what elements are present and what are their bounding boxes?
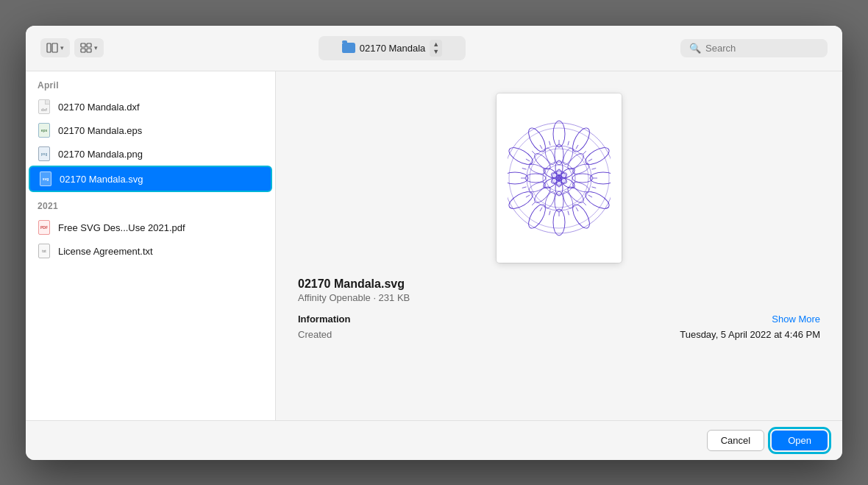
preview-image-container <box>298 86 820 277</box>
svg-line-35 <box>532 202 535 205</box>
search-icon: 🔍 <box>689 43 701 54</box>
search-bar[interactable]: 🔍 <box>680 39 828 57</box>
column-view-button[interactable]: ▾ <box>40 38 70 57</box>
group-label-april: April <box>26 71 275 95</box>
svg-line-24 <box>588 159 592 161</box>
created-row: Created Tuesday, 5 April 2022 at 4:46 PM <box>298 329 820 340</box>
svg-rect-4 <box>81 49 85 52</box>
file-item-dxf[interactable]: dxf 02170 Mandala.dxf <box>26 95 275 118</box>
svg-line-21 <box>568 141 569 146</box>
grid-view-button[interactable]: ▾ <box>74 38 104 57</box>
folder-icon <box>342 43 355 53</box>
svg-line-25 <box>591 169 596 170</box>
created-value: Tuesday, 5 April 2022 at 4:46 PM <box>680 329 820 340</box>
svg-line-30 <box>576 208 578 211</box>
svg-line-33 <box>549 211 551 216</box>
open-button[interactable]: Open <box>772 431 828 450</box>
svg-line-37 <box>522 187 527 188</box>
view-toggle-group: ▾ ▾ <box>40 38 104 57</box>
svg-line-29 <box>583 202 586 205</box>
file-item-svg[interactable]: svg 02170 Mandala.svg <box>29 166 272 192</box>
svg-line-27 <box>591 187 596 188</box>
file-name-eps: 02170 Mandala.eps <box>58 125 142 136</box>
location-stepper[interactable]: ▲ ▼ <box>430 40 442 57</box>
svg-icon: svg <box>40 171 51 186</box>
file-info: 02170 Mandala.svg Affinity Openable · 23… <box>298 277 820 347</box>
created-label: Created <box>298 329 332 340</box>
info-label: Information <box>298 314 351 325</box>
svg-rect-3 <box>87 43 91 47</box>
file-name-png: 02170 Mandala.png <box>58 149 143 160</box>
file-name-svg: 02170 Mandala.svg <box>60 174 143 185</box>
preview-card <box>497 93 622 263</box>
svg-line-40 <box>526 159 530 161</box>
svg-line-28 <box>588 195 592 197</box>
svg-line-31 <box>568 211 569 216</box>
preview-file-name: 02170 Mandala.svg <box>298 277 820 291</box>
pdf-icon: PDF <box>38 220 50 235</box>
file-item-txt[interactable]: txt License Agreement.txt <box>26 239 275 263</box>
location-bar: 02170 Mandala ▲ ▼ <box>113 36 672 61</box>
svg-line-39 <box>522 169 527 170</box>
grid-view-icon <box>80 42 92 54</box>
svg-line-41 <box>532 151 535 154</box>
show-more-link[interactable]: Show More <box>772 314 820 325</box>
toolbar: ▾ ▾ 02170 Mandala ▲ ▼ <box>26 26 842 72</box>
svg-rect-2 <box>81 43 85 47</box>
file-item-eps[interactable]: eps 02170 Mandala.eps <box>26 118 275 142</box>
file-name-txt: License Agreement.txt <box>58 246 153 257</box>
preview-panel: 02170 Mandala.svg Affinity Openable · 23… <box>276 71 842 419</box>
svg-line-43 <box>549 141 551 146</box>
main-content: April dxf 02170 Mandala.dxf eps 02170 Ma… <box>26 71 842 419</box>
cancel-button[interactable]: Cancel <box>707 430 764 451</box>
location-label: 02170 Mandala <box>360 43 426 54</box>
svg-point-78 <box>558 177 561 180</box>
file-item-png[interactable]: png 02170 Mandala.png <box>26 142 275 166</box>
svg-line-36 <box>526 195 530 197</box>
dxf-icon: dxf <box>38 99 50 114</box>
file-item-pdf[interactable]: PDF Free SVG Des...Use 2021.pdf <box>26 216 275 239</box>
search-input[interactable] <box>705 43 808 54</box>
file-name-dxf: 02170 Mandala.dxf <box>58 102 140 113</box>
file-list-panel: April dxf 02170 Mandala.dxf eps 02170 Ma… <box>26 71 276 419</box>
file-open-dialog: ▾ ▾ 02170 Mandala ▲ ▼ <box>26 26 842 460</box>
column-view-chevron: ▾ <box>60 44 64 52</box>
png-icon: png <box>38 146 50 161</box>
svg-rect-0 <box>47 43 51 52</box>
svg-line-22 <box>576 145 578 149</box>
eps-icon: eps <box>38 123 50 138</box>
grid-view-chevron: ▾ <box>94 44 98 52</box>
file-name-pdf: Free SVG Des...Use 2021.pdf <box>58 222 185 233</box>
group-label-2021: 2021 <box>26 192 275 216</box>
preview-file-meta: Affinity Openable · 231 KB <box>298 292 820 303</box>
svg-rect-1 <box>52 43 57 52</box>
svg-line-34 <box>540 208 542 211</box>
bottom-bar: Cancel Open <box>26 420 842 460</box>
txt-icon: txt <box>38 244 50 258</box>
svg-rect-5 <box>87 49 91 52</box>
info-section-header: Information Show More <box>298 314 820 325</box>
mandala-preview-svg <box>508 108 611 248</box>
svg-line-42 <box>540 145 542 149</box>
svg-line-23 <box>583 151 586 154</box>
location-pill[interactable]: 02170 Mandala ▲ ▼ <box>319 36 466 61</box>
column-view-icon <box>46 42 58 54</box>
